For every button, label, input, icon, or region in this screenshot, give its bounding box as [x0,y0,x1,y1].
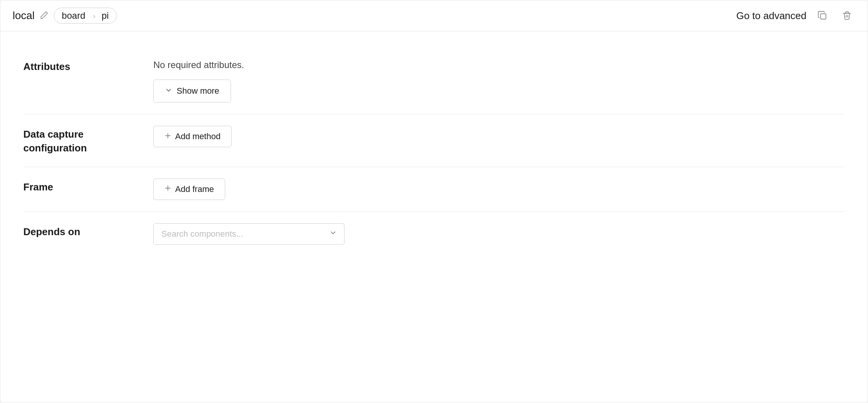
header-left: local board › pi [13,8,117,24]
page-container: local board › pi Go to advanced [0,0,868,403]
search-placeholder: Search components... [161,229,243,239]
add-method-label: Add method [175,132,221,141]
edit-icon[interactable] [40,11,49,21]
attributes-section: Attributes No required attributes. Show … [0,47,868,114]
copy-button[interactable] [814,7,831,24]
go-to-advanced-link[interactable]: Go to advanced [736,10,806,22]
chevron-down-icon [165,87,172,96]
depends-on-content: Search components... [153,223,845,245]
header: local board › pi Go to advanced [0,0,868,31]
local-label: local [13,10,35,22]
depends-on-section: Depends on Search components... [0,212,868,256]
attributes-content: No required attributes. Show more [153,58,845,102]
header-right: Go to advanced [736,7,855,24]
breadcrumb-pi: pi [97,8,117,23]
plus-icon [164,185,171,193]
depends-on-label: Depends on [23,223,130,239]
data-capture-section: Data capture configuration Add method [0,114,868,167]
frame-label: Frame [23,179,130,194]
add-frame-label: Add frame [175,184,214,194]
data-capture-content: Add method [153,126,845,147]
frame-section: Frame Add frame [0,167,868,211]
breadcrumb[interactable]: board › pi [54,8,117,24]
add-method-button[interactable]: Add method [153,126,232,147]
breadcrumb-board: board [54,8,91,23]
delete-button[interactable] [839,7,855,24]
attributes-label: Attributes [23,58,130,73]
search-components-dropdown[interactable]: Search components... [153,223,345,245]
dropdown-chevron-icon [330,229,336,238]
show-more-button[interactable]: Show more [153,80,231,102]
frame-content: Add frame [153,179,845,200]
breadcrumb-separator: › [91,11,97,20]
data-capture-label: Data capture configuration [23,126,130,155]
svg-rect-0 [821,14,826,19]
plus-icon [164,132,171,141]
add-frame-button[interactable]: Add frame [153,179,225,200]
no-attributes-text: No required attributes. [153,58,845,72]
main-content: Attributes No required attributes. Show … [0,31,868,271]
show-more-label: Show more [177,86,219,96]
